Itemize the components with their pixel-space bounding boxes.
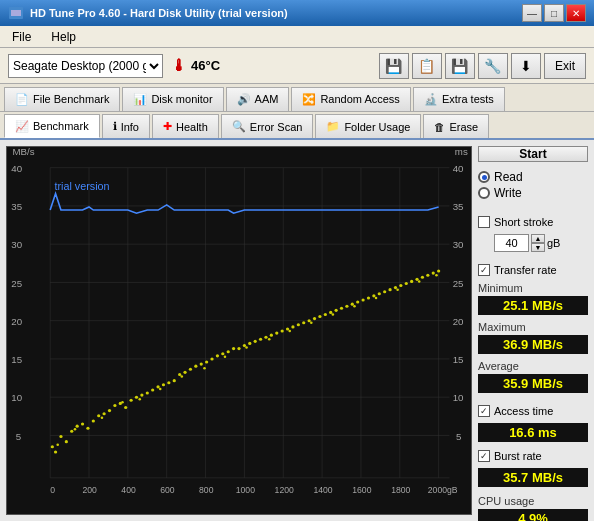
tab-folder-usage[interactable]: 📁 Folder Usage: [315, 114, 421, 138]
access-time-checkbox[interactable]: [478, 405, 490, 417]
svg-rect-1: [11, 10, 21, 16]
cpu-usage-block: CPU usage 4.9%: [478, 495, 588, 521]
access-time-value: 16.6 ms: [478, 423, 588, 442]
access-time-label: Access time: [494, 405, 553, 417]
toolbar-btn-1[interactable]: 💾: [379, 53, 409, 79]
extra-tests-icon: 🔬: [424, 93, 438, 106]
svg-point-88: [243, 344, 246, 347]
folder-usage-icon: 📁: [326, 120, 340, 133]
svg-point-129: [138, 398, 141, 400]
svg-point-118: [405, 282, 408, 285]
tab-disk-monitor[interactable]: 📊 Disk monitor: [122, 87, 223, 111]
tab-extra-tests[interactable]: 🔬 Extra tests: [413, 87, 505, 111]
svg-point-115: [388, 288, 391, 291]
average-block: Average 35.9 MB/s: [478, 360, 588, 393]
svg-text:2000gB: 2000gB: [428, 485, 458, 495]
minimum-value: 25.1 MB/s: [478, 296, 588, 315]
transfer-rate-checkbox[interactable]: [478, 264, 490, 276]
svg-point-131: [181, 375, 184, 377]
spinner-row: 40 ▲ ▼ gB: [494, 234, 588, 252]
burst-rate-checkbox[interactable]: [478, 450, 490, 462]
svg-point-56: [70, 430, 73, 433]
tab-aam[interactable]: 🔊 AAM: [226, 87, 290, 111]
svg-text:25: 25: [453, 278, 464, 289]
svg-point-138: [332, 313, 335, 315]
svg-text:20: 20: [453, 316, 464, 327]
svg-point-122: [426, 274, 429, 277]
toolbar-buttons: 💾 📋 💾 🔧 ⬇ Exit: [379, 53, 586, 79]
spinner-unit: gB: [547, 237, 560, 249]
tab-benchmark[interactable]: 📈 Benchmark: [4, 114, 100, 138]
short-stroke-checkbox[interactable]: [478, 216, 490, 228]
write-radio-row[interactable]: Write: [478, 186, 588, 200]
transfer-rate-row: Transfer rate: [478, 264, 588, 276]
minimize-button[interactable]: —: [522, 4, 542, 22]
svg-point-108: [351, 303, 354, 306]
svg-point-82: [210, 357, 213, 360]
tab-health[interactable]: ✚ Health: [152, 114, 219, 138]
svg-point-54: [59, 435, 62, 438]
transfer-rate-label: Transfer rate: [494, 264, 557, 276]
average-label: Average: [478, 360, 588, 372]
svg-text:200: 200: [83, 485, 98, 495]
file-benchmark-icon: 📄: [15, 93, 29, 106]
svg-point-91: [259, 338, 262, 341]
spinner-arrows: ▲ ▼: [531, 234, 545, 252]
svg-point-119: [410, 280, 413, 283]
read-radio-row[interactable]: Read: [478, 170, 588, 184]
spinner-down[interactable]: ▼: [531, 243, 545, 252]
svg-point-125: [56, 443, 59, 445]
maximum-block: Maximum 36.9 MB/s: [478, 321, 588, 354]
benchmark-icon: 📈: [15, 120, 29, 133]
spinner-up[interactable]: ▲: [531, 234, 545, 243]
tab-file-benchmark[interactable]: 📄 File Benchmark: [4, 87, 120, 111]
write-radio[interactable]: [478, 187, 490, 199]
short-stroke-label: Short stroke: [494, 216, 553, 228]
cpu-usage-value: 4.9%: [478, 509, 588, 521]
svg-text:40: 40: [453, 163, 464, 174]
svg-text:600: 600: [160, 485, 175, 495]
svg-point-139: [353, 305, 356, 307]
tab-random-access[interactable]: 🔀 Random Access: [291, 87, 410, 111]
svg-point-111: [367, 296, 370, 299]
random-access-icon: 🔀: [302, 93, 316, 106]
svg-point-112: [372, 294, 375, 297]
maximize-button[interactable]: □: [544, 4, 564, 22]
tab-error-scan[interactable]: 🔍 Error Scan: [221, 114, 314, 138]
svg-point-66: [124, 406, 127, 409]
menu-help[interactable]: Help: [47, 29, 80, 45]
svg-text:35: 35: [11, 201, 22, 212]
svg-point-90: [254, 340, 257, 343]
svg-point-141: [396, 288, 399, 290]
minimum-label: Minimum: [478, 282, 588, 294]
svg-point-136: [288, 330, 291, 332]
maximum-label: Maximum: [478, 321, 588, 333]
read-radio[interactable]: [478, 171, 490, 183]
burst-rate-value: 35.7 MB/s: [478, 468, 588, 487]
start-button[interactable]: Start: [478, 146, 588, 162]
svg-text:40: 40: [11, 163, 22, 174]
exit-button[interactable]: Exit: [544, 53, 586, 79]
svg-text:10: 10: [11, 393, 22, 404]
toolbar-btn-5[interactable]: ⬇: [511, 53, 541, 79]
svg-point-104: [329, 311, 332, 314]
svg-point-70: [146, 391, 149, 394]
tab-erase[interactable]: 🗑 Erase: [423, 114, 489, 138]
svg-point-77: [183, 371, 186, 374]
svg-point-124: [437, 270, 440, 273]
svg-text:5: 5: [456, 431, 461, 442]
close-button[interactable]: ✕: [566, 4, 586, 22]
svg-point-85: [227, 350, 230, 353]
svg-point-67: [129, 399, 132, 402]
toolbar-btn-2[interactable]: 📋: [412, 53, 442, 79]
tab-info[interactable]: ℹ Info: [102, 114, 150, 138]
error-scan-icon: 🔍: [232, 120, 246, 133]
svg-point-87: [237, 347, 240, 350]
spinner-input[interactable]: 40: [494, 234, 529, 252]
drive-select[interactable]: Seagate Desktop (2000 gB): [8, 54, 163, 78]
svg-point-140: [375, 297, 378, 299]
menu-file[interactable]: File: [8, 29, 35, 45]
svg-point-80: [200, 363, 203, 366]
toolbar-btn-3[interactable]: 💾: [445, 53, 475, 79]
toolbar-btn-4[interactable]: 🔧: [478, 53, 508, 79]
